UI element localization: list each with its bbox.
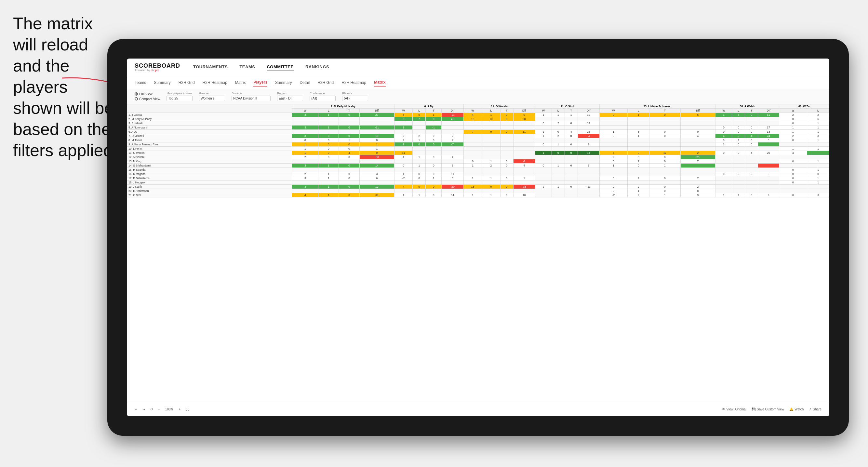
cell <box>513 147 535 151</box>
cell: 0 <box>627 151 649 155</box>
sub-nav-summary[interactable]: Summary <box>154 79 170 86</box>
cell: 1 <box>732 138 745 143</box>
zoom-out-button[interactable]: − <box>158 407 160 411</box>
sub-nav-h2h-heatmap2[interactable]: H2H Heatmap <box>341 79 366 86</box>
players-select[interactable]: (All) <box>342 96 368 101</box>
sub-nav-h2h-heatmap[interactable]: H2H Heatmap <box>203 79 227 86</box>
cell <box>292 130 318 134</box>
cell <box>463 172 482 176</box>
gender-select[interactable]: Women's <box>199 96 225 101</box>
sub-nav-detail[interactable]: Detail <box>300 79 310 86</box>
cell <box>578 126 600 130</box>
tablet-screen: SCOREBOARD Powered by clippd TOURNAMENTS… <box>127 59 829 416</box>
cell: 1 <box>513 176 535 181</box>
cell <box>552 176 565 181</box>
player-name: 3. S Jelinek <box>127 121 292 126</box>
cell: 1 <box>463 193 482 197</box>
cell: 3 <box>292 163 318 168</box>
cell <box>715 117 732 121</box>
cell: 1 <box>463 163 482 168</box>
cell: -11 <box>359 126 394 130</box>
wlt-t3: T <box>500 108 513 113</box>
compact-view-option[interactable]: Compact View <box>135 97 160 101</box>
cell <box>413 168 426 172</box>
watch-button[interactable]: 🔔 Watch <box>789 407 804 411</box>
undo-button[interactable]: ↩ <box>135 407 137 411</box>
zoom-in-button[interactable]: + <box>179 407 181 411</box>
cell: 10 <box>482 117 500 121</box>
cell <box>513 181 535 185</box>
cell <box>779 143 807 147</box>
cell: 2 <box>482 163 500 168</box>
refresh-button[interactable]: ↺ <box>150 407 153 411</box>
nav-committee[interactable]: COMMITTEE <box>267 63 294 71</box>
cell <box>627 181 649 185</box>
cell: -2 <box>394 176 412 181</box>
cell <box>500 126 513 130</box>
sub-nav-players[interactable]: Players <box>253 79 267 87</box>
sub-nav-matrix2[interactable]: Matrix <box>374 79 385 87</box>
full-view-radio[interactable] <box>135 92 138 96</box>
cell <box>426 147 442 151</box>
cell <box>535 126 552 130</box>
cell: 0 <box>426 193 442 197</box>
save-custom-button[interactable]: 💾 Save Custom View <box>751 407 784 411</box>
cell <box>482 147 500 151</box>
cell <box>339 159 359 163</box>
cell <box>482 172 500 176</box>
full-view-option[interactable]: Full View <box>135 92 160 96</box>
cell <box>292 189 318 193</box>
cell: 0 <box>426 185 442 189</box>
cell <box>715 181 732 185</box>
cell: 1 <box>627 113 649 117</box>
cell: 0 <box>339 126 359 130</box>
cell <box>442 126 464 130</box>
top-nav: SCOREBOARD Powered by clippd TOURNAMENTS… <box>127 59 829 76</box>
fullscreen-button[interactable]: ⛶ <box>186 407 189 411</box>
view-original-button[interactable]: 👁 View: Original <box>722 407 747 411</box>
cell <box>513 121 535 126</box>
nav-teams[interactable]: TEAMS <box>239 63 255 71</box>
cell <box>535 155 552 159</box>
compact-view-radio[interactable] <box>135 97 138 100</box>
cell <box>394 130 412 134</box>
cell: 0 <box>413 172 426 176</box>
watch-label: Watch <box>795 407 804 411</box>
player-name: 20. E Andersson <box>127 189 292 193</box>
nav-tournaments[interactable]: TOURNAMENTS <box>193 63 228 71</box>
cell: 0 <box>500 159 513 163</box>
filters-row: Full View Compact View Max players in vi… <box>127 89 829 104</box>
cell: 3 <box>758 172 779 176</box>
tablet-device: SCOREBOARD Powered by clippd TOURNAMENTS… <box>107 39 849 436</box>
sub-nav-h2h-grid2[interactable]: H2H Grid <box>317 79 334 86</box>
table-row: 7. O Mitchell 3 0 0 18 2 2 0 2 1 <box>127 134 829 138</box>
cell: 2 <box>292 155 318 159</box>
cell: 17 <box>758 126 779 130</box>
division-select[interactable]: NCAA Division II <box>231 96 271 101</box>
cell: 1 <box>413 138 426 143</box>
cell <box>482 189 500 193</box>
redo-button[interactable]: ↪ <box>143 407 145 411</box>
cell: 0 <box>627 155 649 159</box>
cell: 1 <box>715 143 732 147</box>
sub-nav-teams[interactable]: Teams <box>135 79 146 86</box>
cell: 0 <box>779 193 807 197</box>
cell: 2 <box>442 138 464 143</box>
col-header-webb: 38. A Webb <box>715 104 779 108</box>
cell: 0 <box>339 143 359 147</box>
region-select[interactable]: East - DII <box>277 96 303 101</box>
cell: 1 <box>535 130 552 134</box>
max-players-select[interactable]: Top 25 <box>166 96 192 101</box>
conference-select[interactable]: (All) <box>310 96 336 101</box>
share-button[interactable]: ↗ Share <box>809 407 822 411</box>
cell: 0 <box>565 163 578 168</box>
table-row: 1. J Garcia 3 1 0 27 3 0 1 -11 4 1 0 0 1 <box>127 113 829 117</box>
cell <box>732 155 745 159</box>
cell <box>578 168 600 172</box>
nav-rankings[interactable]: RANKINGS <box>305 63 329 71</box>
sub-nav-matrix[interactable]: Matrix <box>235 79 246 86</box>
cell <box>745 185 758 189</box>
sub-nav-h2h-grid[interactable]: H2H Grid <box>179 79 195 86</box>
cell: 3 <box>292 176 318 181</box>
sub-nav-summary2[interactable]: Summary <box>275 79 292 86</box>
